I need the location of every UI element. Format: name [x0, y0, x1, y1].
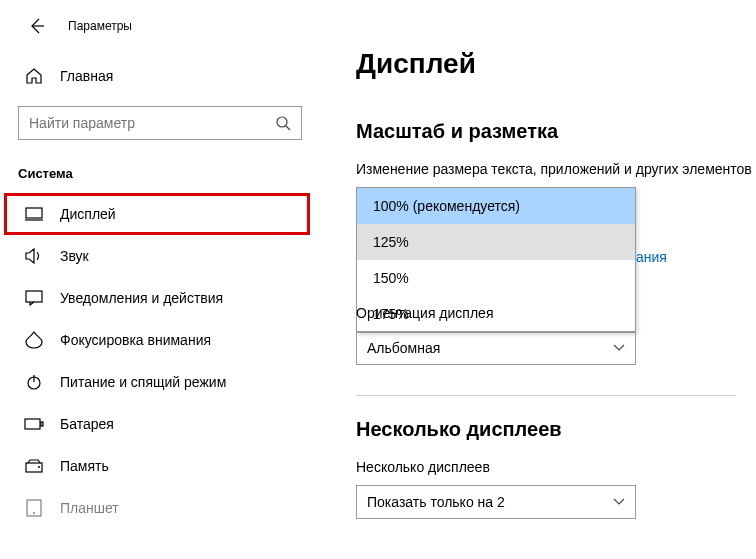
multi-heading: Несколько дисплеев — [356, 418, 756, 441]
sidebar-item-storage[interactable]: Память — [0, 445, 320, 487]
svg-point-11 — [38, 466, 40, 468]
page-title: Дисплей — [356, 48, 756, 80]
sound-icon — [24, 246, 44, 266]
sidebar-item-label: Батарея — [60, 416, 114, 432]
link-fragment[interactable]: ания — [636, 249, 756, 265]
scale-option-100[interactable]: 100% (рекомендуется) — [357, 188, 635, 224]
scale-label: Изменение размера текста, приложений и д… — [356, 161, 756, 177]
power-icon — [24, 372, 44, 392]
orientation-value: Альбомная — [367, 340, 440, 356]
display-icon — [24, 204, 44, 224]
tablet-icon — [24, 498, 44, 518]
sidebar-item-notifications[interactable]: Уведомления и действия — [0, 277, 320, 319]
sidebar-item-label: Память — [60, 458, 109, 474]
sidebar-item-battery[interactable]: Батарея — [0, 403, 320, 445]
orientation-select[interactable]: Альбомная — [356, 331, 636, 365]
sidebar-item-label: Дисплей — [60, 206, 116, 222]
svg-rect-3 — [26, 208, 42, 218]
notifications-icon — [24, 288, 44, 308]
chevron-down-icon — [613, 344, 625, 352]
multi-select[interactable]: Показать только на 2 — [356, 485, 636, 519]
topbar: Параметры — [0, 14, 320, 56]
sidebar-item-focus[interactable]: Фокусировка внимания — [0, 319, 320, 361]
scale-option-125[interactable]: 125% — [357, 224, 635, 260]
scale-heading: Масштаб и разметка — [356, 120, 756, 143]
chevron-down-icon — [613, 498, 625, 506]
main-content: Дисплей Масштаб и разметка Изменение раз… — [320, 0, 756, 559]
sidebar-item-label: Планшет — [60, 500, 119, 516]
svg-rect-5 — [26, 291, 42, 302]
sidebar-item-power[interactable]: Питание и спящий режим — [0, 361, 320, 403]
storage-icon — [24, 456, 44, 476]
home-icon — [24, 66, 44, 86]
svg-line-2 — [286, 126, 290, 130]
orientation-label: Ориентация дисплея — [356, 305, 756, 321]
back-arrow-icon[interactable] — [24, 14, 48, 38]
sidebar: Параметры Главная Система Дисплей Звук У… — [0, 0, 320, 559]
sidebar-item-label: Звук — [60, 248, 89, 264]
search-box[interactable] — [18, 106, 302, 140]
battery-icon — [24, 414, 44, 434]
multi-label: Несколько дисплеев — [356, 459, 756, 475]
multi-value: Показать только на 2 — [367, 494, 505, 510]
svg-rect-8 — [25, 419, 40, 429]
divider — [356, 395, 736, 396]
svg-point-1 — [277, 117, 287, 127]
sidebar-section-title: Система — [0, 158, 320, 193]
sidebar-item-tablet[interactable]: Планшет — [0, 487, 320, 529]
sidebar-item-label: Уведомления и действия — [60, 290, 223, 306]
search-icon — [275, 115, 291, 131]
sidebar-item-label: Питание и спящий режим — [60, 374, 226, 390]
nav-home-label: Главная — [60, 68, 113, 84]
search-input[interactable] — [29, 115, 275, 131]
sidebar-item-display[interactable]: Дисплей — [4, 193, 310, 235]
svg-point-13 — [33, 512, 35, 514]
nav-home[interactable]: Главная — [0, 56, 320, 96]
app-title: Параметры — [68, 19, 132, 33]
sidebar-item-sound[interactable]: Звук — [0, 235, 320, 277]
scale-option-150[interactable]: 150% — [357, 260, 635, 296]
svg-rect-9 — [41, 422, 43, 426]
focus-icon — [24, 330, 44, 350]
sidebar-item-label: Фокусировка внимания — [60, 332, 211, 348]
